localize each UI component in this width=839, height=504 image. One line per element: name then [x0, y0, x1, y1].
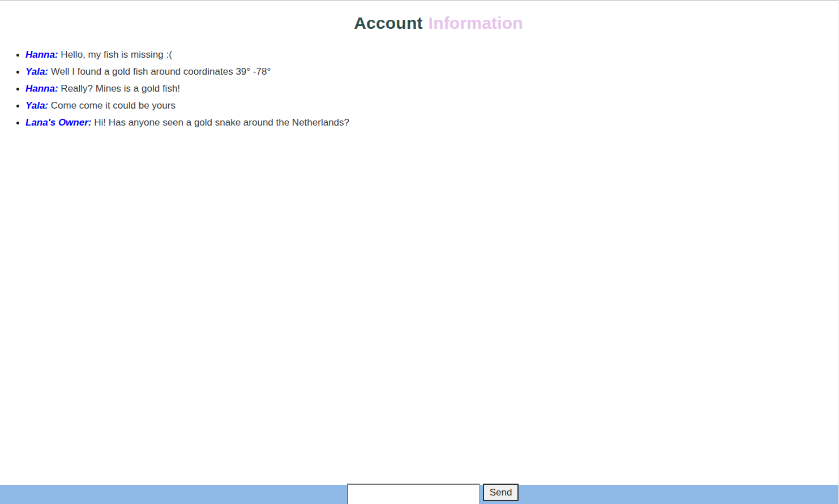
message-input[interactable] — [347, 484, 480, 504]
message-text: Well I found a gold fish around coordina… — [48, 66, 271, 77]
message-author: Yala: — [25, 100, 48, 111]
message-author: Yala: — [25, 66, 48, 77]
message-author: Hanna: — [25, 49, 58, 60]
composer-bar: Send — [0, 485, 839, 504]
page-title: Account Information — [19, 14, 839, 33]
message-text: Really? Mines is a gold fish! — [58, 83, 180, 94]
message-author: Hanna: — [25, 83, 58, 94]
chat-message: Yala: Come come it could be yours — [25, 97, 838, 114]
chat-page: Account Information Hanna: Hello, my fis… — [0, 0, 839, 504]
message-text: Hello, my fish is missing :( — [58, 49, 172, 60]
chat-message: Lana's Owner: Hi! Has anyone seen a gold… — [25, 114, 838, 131]
message-text: Come come it could be yours — [48, 100, 175, 111]
send-button[interactable]: Send — [483, 484, 519, 501]
chat-message: Hanna: Hello, my fish is missing :( — [25, 46, 838, 63]
chat-message: Yala: Well I found a gold fish around co… — [25, 63, 838, 80]
chat-message: Hanna: Really? Mines is a gold fish! — [25, 80, 838, 97]
chat-message-list: Hanna: Hello, my fish is missing :(Yala:… — [0, 46, 838, 131]
title-spacer — [423, 14, 429, 33]
message-author: Lana's Owner: — [25, 117, 91, 128]
page-title-information: Information — [429, 14, 523, 32]
message-text: Hi! Has anyone seen a gold snake around … — [91, 117, 349, 128]
page-title-account: Account — [354, 14, 422, 32]
